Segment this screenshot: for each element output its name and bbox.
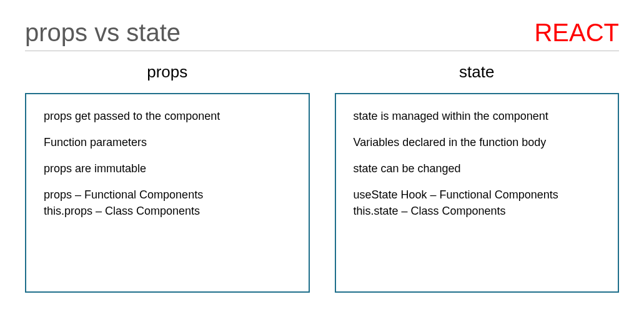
list-item-group: props – Functional Components this.props…	[44, 187, 291, 219]
list-item: this.props – Class Components	[44, 203, 291, 219]
list-item-group: useState Hook – Functional Components th…	[354, 187, 601, 219]
slide-title: props vs state	[25, 19, 181, 47]
right-heading: state	[335, 62, 620, 82]
right-box: state is managed within the component Va…	[335, 93, 620, 293]
list-item: Function parameters	[44, 134, 291, 150]
list-item: this.state – Class Components	[354, 203, 601, 219]
slide-header: props vs state REACT	[25, 19, 619, 51]
right-column: state state is managed within the compon…	[335, 62, 620, 293]
left-column: props props get passed to the component …	[25, 62, 310, 293]
left-box: props get passed to the component Functi…	[25, 93, 310, 293]
list-item: Variables declared in the function body	[354, 134, 601, 150]
columns-container: props props get passed to the component …	[25, 62, 619, 293]
list-item: props are immutable	[44, 160, 291, 177]
list-item: useState Hook – Functional Components	[354, 187, 601, 203]
slide-brand: REACT	[534, 19, 619, 47]
list-item: props get passed to the component	[44, 108, 291, 124]
list-item: state can be changed	[354, 160, 601, 177]
list-item: props – Functional Components	[44, 187, 291, 203]
left-heading: props	[25, 62, 310, 82]
list-item: state is managed within the component	[354, 108, 601, 124]
